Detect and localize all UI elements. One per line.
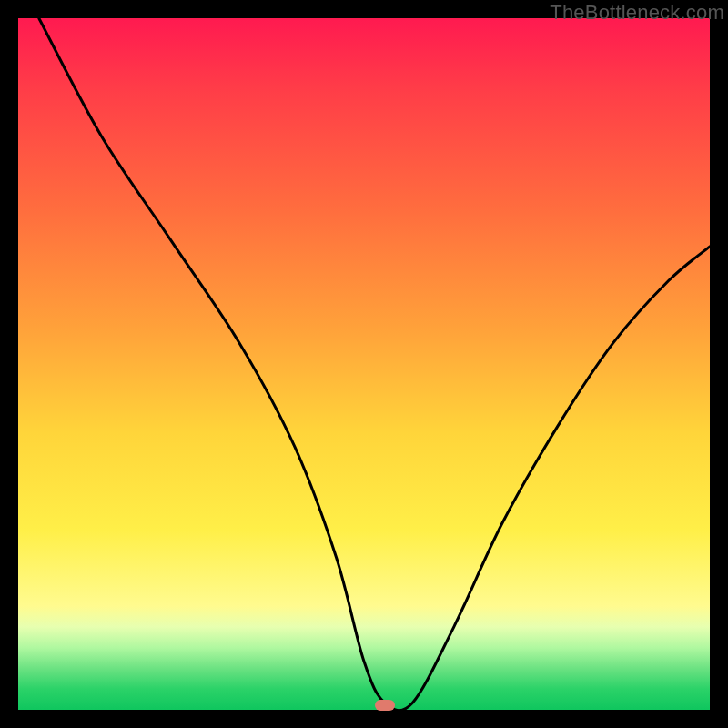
plot-area	[18, 18, 710, 710]
watermark-text: TheBottleneck.com	[550, 1, 724, 25]
curve-layer	[18, 18, 710, 710]
optimal-point-marker	[375, 700, 395, 711]
bottleneck-curve-path	[39, 18, 710, 710]
chart-stage: TheBottleneck.com	[0, 0, 728, 728]
